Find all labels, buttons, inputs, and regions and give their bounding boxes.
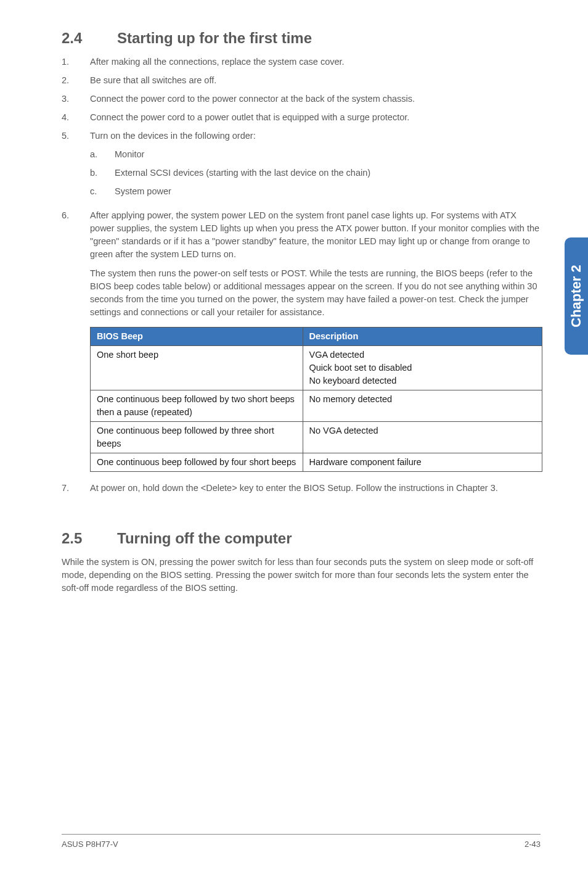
cell-beep: One short beep xyxy=(91,346,303,390)
sub-text: System power xyxy=(115,185,171,198)
startup-steps-list: 1. After making all the connections, rep… xyxy=(62,56,542,495)
step-number: 6. xyxy=(62,209,90,472)
step-6-para-1: After applying power, the system power L… xyxy=(90,210,539,259)
step-text: After applying power, the system power L… xyxy=(90,209,542,472)
step-text: Connect the power cord to the power conn… xyxy=(90,93,542,105)
list-item: 6. After applying power, the system powe… xyxy=(62,209,542,472)
step-text: After making all the connections, replac… xyxy=(90,56,542,68)
desc-line: Quick boot set to disabled xyxy=(309,361,536,374)
cell-beep: One continuous beep followed by four sho… xyxy=(91,453,303,472)
cell-description: Hardware component failure xyxy=(303,453,542,472)
list-item: 5. Turn on the devices in the following … xyxy=(62,130,542,204)
table-row: One short beep VGA detected Quick boot s… xyxy=(91,346,542,390)
section-2-4-number: 2.4 xyxy=(62,30,117,47)
sub-text: External SCSI devices (starting with the… xyxy=(115,167,370,179)
footer-left: ASUS P8H77-V xyxy=(62,840,118,849)
list-item: b. External SCSI devices (starting with … xyxy=(90,167,542,179)
list-item: 1. After making all the connections, rep… xyxy=(62,56,542,68)
list-item: a. Monitor xyxy=(90,148,542,161)
table-header-beep: BIOS Beep xyxy=(91,328,303,346)
chapter-side-tab-label: Chapter 2 xyxy=(568,265,584,327)
footer-right: 2-43 xyxy=(525,840,541,849)
chapter-side-tab: Chapter 2 xyxy=(565,237,588,355)
cell-description: No VGA detected xyxy=(303,422,542,453)
section-2-4-heading: 2.4Starting up for the first time xyxy=(62,30,542,47)
cell-beep: One continuous beep followed by two shor… xyxy=(91,390,303,422)
sub-letter: a. xyxy=(90,148,115,161)
list-item: 2. Be sure that all switches are off. xyxy=(62,74,542,87)
step-text: Turn on the devices in the following ord… xyxy=(90,130,542,204)
device-order-sublist: a. Monitor b. External SCSI devices (sta… xyxy=(90,148,542,198)
step-text: Connect the power cord to a power outlet… xyxy=(90,111,542,124)
desc-line: VGA detected xyxy=(309,349,536,361)
step-number: 5. xyxy=(62,130,90,204)
section-2-5-heading: 2.5Turning off the computer xyxy=(62,530,542,547)
sub-text: Monitor xyxy=(115,148,144,161)
step-text: At power on, hold down the <Delete> key … xyxy=(90,482,542,495)
list-item: 3. Connect the power cord to the power c… xyxy=(62,93,542,105)
table-header-description: Description xyxy=(303,328,542,346)
step-number: 4. xyxy=(62,111,90,124)
table-row: One continuous beep followed by four sho… xyxy=(91,453,542,472)
step-text: Be sure that all switches are off. xyxy=(90,74,542,87)
step-number: 7. xyxy=(62,482,90,495)
cell-beep: One continuous beep followed by three sh… xyxy=(91,422,303,453)
list-item: 4. Connect the power cord to a power out… xyxy=(62,111,542,124)
list-item: c. System power xyxy=(90,185,542,198)
sub-letter: c. xyxy=(90,185,115,198)
table-row: One continuous beep followed by two shor… xyxy=(91,390,542,422)
step-number: 1. xyxy=(62,56,90,68)
page-content: 2.4Starting up for the first time 1. Aft… xyxy=(62,30,542,595)
bios-beep-table: BIOS Beep Description One short beep VGA… xyxy=(90,327,542,472)
desc-line: No keyboard detected xyxy=(309,374,536,387)
sub-letter: b. xyxy=(90,167,115,179)
section-2-5-number: 2.5 xyxy=(62,530,117,547)
section-2-5-title: Turning off the computer xyxy=(117,530,292,547)
step-5-intro: Turn on the devices in the following ord… xyxy=(90,131,256,141)
section-2-5-body: While the system is ON, pressing the pow… xyxy=(62,556,542,595)
section-2-4-title: Starting up for the first time xyxy=(117,30,312,46)
cell-description: No memory detected xyxy=(303,390,542,422)
page-footer: ASUS P8H77-V 2-43 xyxy=(62,834,541,849)
list-item: 7. At power on, hold down the <Delete> k… xyxy=(62,482,542,495)
step-6-para-2: The system then runs the power-on self t… xyxy=(90,267,542,319)
step-number: 3. xyxy=(62,93,90,105)
cell-description: VGA detected Quick boot set to disabled … xyxy=(303,346,542,390)
step-number: 2. xyxy=(62,74,90,87)
table-row: One continuous beep followed by three sh… xyxy=(91,422,542,453)
